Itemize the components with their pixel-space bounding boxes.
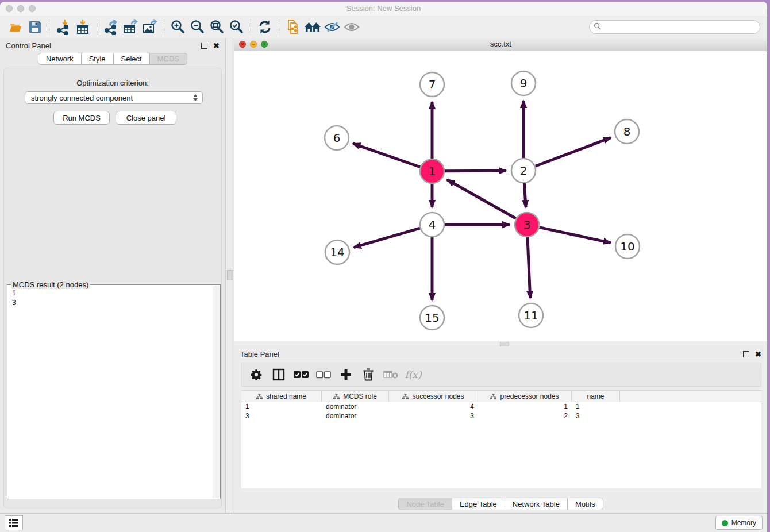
mcds-result-title: MCDS result (2 nodes) [11, 280, 90, 289]
criterion-dropdown-value: strongly connected component [31, 94, 133, 102]
gear-icon[interactable] [249, 367, 264, 382]
column-header-label: MCDS role [343, 392, 377, 400]
toolbar-separator [97, 19, 97, 35]
houses-icon[interactable] [303, 18, 322, 36]
graph-node-label-9: 9 [520, 76, 528, 90]
tab-network-table[interactable]: Network Table [505, 498, 568, 510]
eye-slash-icon[interactable] [322, 18, 342, 36]
tab-style[interactable]: Style [82, 53, 114, 65]
graph-node-label-3: 3 [523, 218, 531, 232]
tab-node-table[interactable]: Node Table [398, 498, 452, 510]
eye-icon [342, 18, 361, 36]
control-panel-tabs: NetworkStyleSelectMCDS [0, 53, 225, 65]
graph-node-label-6: 6 [333, 131, 341, 145]
node-table[interactable]: shared nameMCDS rolesuccessor nodesprede… [241, 390, 761, 488]
vertical-splitter[interactable] [225, 38, 234, 513]
network-window: × − + scc.txt 7968124314101511 [234, 38, 767, 341]
float-panel-icon[interactable] [201, 43, 207, 49]
main-toolbar [0, 16, 767, 38]
select-all-icon[interactable] [294, 367, 309, 382]
close-panel-icon[interactable]: ✖ [213, 42, 220, 49]
add-icon[interactable] [338, 367, 353, 382]
table-panel-header: Table Panel ✖ [234, 346, 767, 361]
column-header-MCDS-role[interactable]: MCDS role [322, 391, 389, 402]
hierarchy-icon [256, 394, 263, 399]
import-table-icon[interactable] [73, 18, 93, 36]
tab-select[interactable]: Select [114, 53, 150, 65]
network-titlebar: × − + scc.txt [234, 38, 767, 51]
column-header-successor-nodes[interactable]: successor nodes [389, 391, 478, 402]
fx-icon: f(x) [406, 367, 421, 382]
table-cell: dominator [322, 412, 389, 420]
table-body: 1dominator4113dominator323 [241, 402, 761, 421]
graph-node-label-7: 7 [429, 78, 436, 91]
vertical-splitter-handle[interactable] [227, 270, 233, 280]
task-history-button[interactable] [5, 515, 23, 530]
graph-edge-2-8[interactable] [536, 138, 611, 167]
graph-node-label-2: 2 [520, 164, 528, 178]
deselect-all-icon[interactable] [316, 367, 331, 382]
hierarchy-icon [402, 394, 409, 399]
hierarchy-icon [490, 394, 496, 399]
table-cell: 3 [572, 412, 620, 420]
graph-edge-3-1[interactable] [447, 180, 516, 218]
export-network-icon[interactable] [101, 18, 121, 36]
search-box [589, 20, 760, 34]
graph-edge-3-10[interactable] [539, 228, 610, 243]
network-canvas[interactable]: 7968124314101511 [234, 51, 767, 343]
result-scrollbar[interactable] [213, 286, 220, 498]
zoom-selected-icon[interactable] [227, 18, 247, 36]
close-table-panel-icon[interactable]: ✖ [755, 350, 761, 358]
column-header-label: shared name [266, 392, 306, 400]
graph-edge-1-6[interactable] [353, 144, 420, 167]
open-folder-icon[interactable] [6, 18, 25, 36]
table-cell: 3 [389, 412, 478, 420]
zoom-fit-icon[interactable] [207, 18, 227, 36]
list-icon [9, 519, 18, 527]
tab-edge-table[interactable]: Edge Table [452, 498, 505, 510]
table-cell: dominator [322, 403, 389, 411]
import-network-icon[interactable] [53, 18, 73, 36]
column-header-name[interactable]: name [572, 391, 620, 402]
delete-table-icon [383, 367, 398, 382]
columns-icon[interactable] [271, 367, 286, 382]
close-panel-button[interactable]: Close panel [116, 111, 176, 125]
graph-edge-4-14[interactable] [354, 228, 420, 247]
mcds-tab-content: Optimization criterion: strongly connect… [3, 68, 222, 508]
refresh-layout-icon[interactable] [255, 18, 275, 36]
graph-node-label-14: 14 [330, 245, 344, 259]
float-table-panel-icon[interactable] [743, 351, 749, 357]
memory-label: Memory [732, 519, 756, 527]
graph-node-label-8: 8 [623, 125, 631, 138]
trash-icon[interactable] [361, 367, 376, 382]
zoom-out-icon[interactable] [188, 18, 207, 36]
export-image-icon[interactable] [140, 18, 160, 36]
table-toolbar: f(x) [241, 363, 761, 387]
export-table-icon[interactable] [121, 18, 140, 36]
column-header-shared-name[interactable]: shared name [241, 391, 322, 402]
tab-network[interactable]: Network [38, 53, 82, 65]
horizontal-splitter-handle[interactable] [500, 342, 509, 346]
search-input[interactable] [589, 20, 760, 34]
horizontal-splitter[interactable] [234, 341, 767, 346]
window-titlebar: Session: New Session [0, 2, 767, 16]
memory-button[interactable]: Memory [715, 516, 763, 530]
tab-motifs[interactable]: Motifs [568, 498, 603, 510]
save-floppy-icon[interactable] [25, 18, 45, 36]
table-cell: 3 [241, 412, 322, 420]
table-header-row: shared nameMCDS rolesuccessor nodesprede… [241, 391, 761, 402]
graph-edge-2-3[interactable] [524, 183, 526, 207]
column-header-predecessor-nodes[interactable]: predecessor nodes [478, 391, 572, 402]
graph-node-label-4: 4 [429, 218, 436, 232]
criterion-dropdown[interactable]: strongly connected component [25, 91, 203, 104]
control-panel: Control Panel ✖ NetworkStyleSelectMCDS O… [0, 38, 225, 513]
dropdown-stepper-icon [193, 94, 198, 101]
graph-edge-3-11[interactable] [528, 237, 530, 298]
table-row[interactable]: 3dominator323 [241, 411, 761, 421]
clone-network-icon[interactable] [283, 18, 303, 36]
table-row[interactable]: 1dominator411 [241, 402, 761, 411]
tab-mcds[interactable]: MCDS [150, 53, 187, 65]
zoom-in-icon[interactable] [168, 18, 188, 36]
graph-edge-1-2[interactable] [445, 171, 506, 171]
run-mcds-button[interactable]: Run MCDS [53, 111, 110, 125]
